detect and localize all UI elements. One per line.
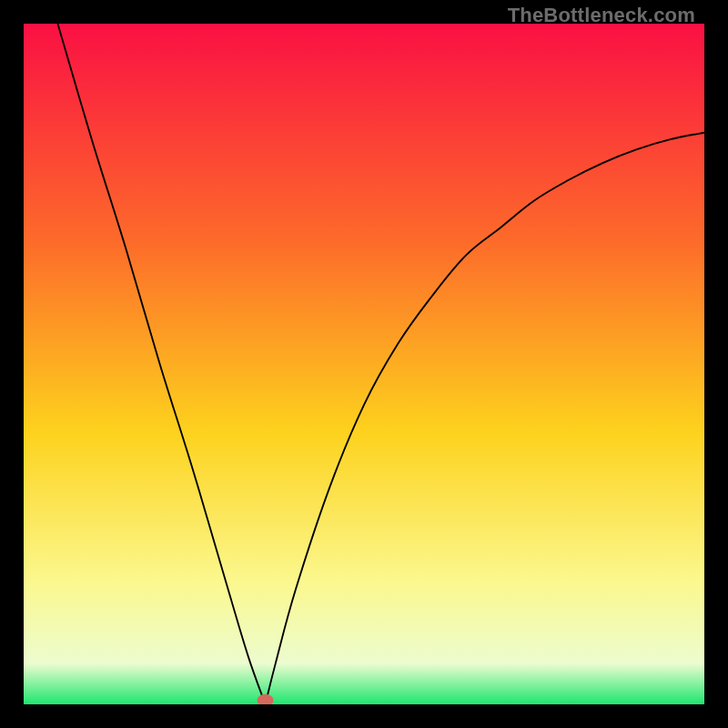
svg-rect-0 bbox=[24, 24, 704, 704]
chart-frame: TheBottleneck.com bbox=[0, 0, 728, 728]
plot-area bbox=[24, 24, 704, 704]
watermark-label: TheBottleneck.com bbox=[508, 4, 695, 27]
gradient-background bbox=[24, 24, 704, 704]
